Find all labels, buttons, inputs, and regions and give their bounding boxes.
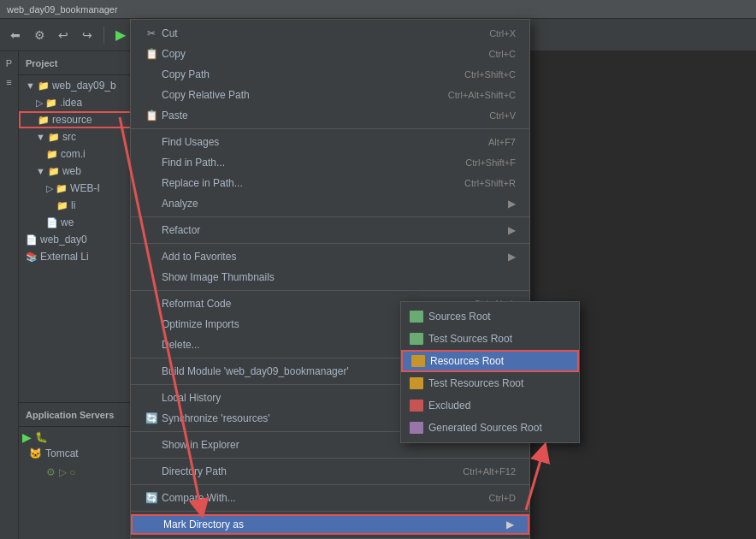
- dir-path-left: Directory Path: [145, 465, 227, 478]
- analyze-label: Analyze: [162, 198, 198, 210]
- generated-sources-label: Generated Sources Root: [428, 422, 542, 434]
- folder-icon-idea: ▷ 📁: [36, 98, 57, 109]
- find-path-icon: [145, 156, 158, 169]
- paste-left: 📋 Paste: [145, 109, 188, 122]
- test-resources-root-icon: [410, 377, 423, 389]
- find-usages-icon: [145, 135, 158, 149]
- resources-root-label: Resources Root: [430, 355, 504, 367]
- replace-path-label: Replace in Path...: [162, 177, 243, 189]
- tree-item-root[interactable]: ▼ 📁 web_day09_b: [19, 77, 148, 94]
- copy-rel-left: Copy Relative Path: [145, 88, 250, 102]
- run-button[interactable]: ▶: [110, 25, 131, 45]
- build-label: Build Module 'web_day09_bookmanager': [162, 365, 349, 377]
- copy-shortcut: Ctrl+C: [489, 49, 516, 59]
- thumbnails-label: Show Image Thumbnails: [162, 271, 275, 283]
- menu-item-analyze[interactable]: Analyze ▶: [131, 193, 529, 214]
- submenu-resources-root[interactable]: Resources Root: [401, 350, 579, 372]
- submenu-sources-root[interactable]: Sources Root: [401, 305, 579, 328]
- find-usages-label: Find Usages: [162, 136, 219, 148]
- favorites-label: Add to Favorites: [162, 251, 236, 263]
- submenu-test-sources-root[interactable]: Test Sources Root: [401, 328, 579, 350]
- cut-label: Cut: [162, 27, 178, 39]
- project-tree: ▼ 📁 web_day09_b ▷ 📁 .idea 📁 resource ▼ 📁…: [19, 75, 148, 402]
- menu-item-find-usages[interactable]: Find Usages Alt+F7: [131, 132, 529, 152]
- paste-icon: 📋: [145, 109, 158, 122]
- copy-icon: 📋: [145, 47, 158, 61]
- redo-button[interactable]: ↪: [77, 25, 97, 45]
- copy-rel-icon: [145, 88, 158, 102]
- submenu-test-resources-root[interactable]: Test Resources Root: [401, 372, 579, 394]
- tree-item-src[interactable]: ▼ 📁 src: [19, 128, 148, 145]
- lib-icon-external: 📚: [26, 252, 38, 263]
- compare-left: 🔄 Compare With...: [145, 491, 236, 505]
- submenu-generated-sources[interactable]: Generated Sources Root: [401, 417, 579, 439]
- copy-label: Copy: [162, 48, 186, 60]
- menu-item-copy-path[interactable]: Copy Path Ctrl+Shift+C: [131, 64, 529, 85]
- find-usages-shortcut: Alt+F7: [488, 137, 516, 147]
- back-button[interactable]: ⬅: [5, 25, 26, 45]
- sources-root-label: Sources Root: [428, 311, 491, 323]
- mark-dir-icon: [146, 518, 160, 531]
- menu-item-cut[interactable]: ✂ Cut Ctrl+X: [131, 23, 529, 44]
- menu-item-copy[interactable]: 📋 Copy Ctrl+C: [131, 44, 529, 64]
- tree-item-label: web_day09_b: [52, 80, 116, 92]
- menu-item-compare[interactable]: 🔄 Compare With... Ctrl+D: [131, 488, 529, 508]
- tree-item-project-file[interactable]: 📄 web_day0: [19, 231, 148, 248]
- sync-left: 🔄 Synchronize 'resources': [145, 412, 270, 425]
- menu-item-refactor[interactable]: Refactor ▶: [131, 220, 529, 240]
- mark-dir-label: Mark Directory as: [163, 518, 244, 530]
- compare-shortcut: Ctrl+D: [489, 493, 516, 503]
- folder-icon-webinf: ▷ 📁: [46, 183, 68, 194]
- replace-path-icon: [145, 176, 158, 190]
- server-debug-icon[interactable]: 🐛: [35, 431, 48, 443]
- server-run-icon[interactable]: ▶: [22, 430, 32, 444]
- project-icon[interactable]: P: [1, 55, 18, 72]
- separator-3: [131, 243, 529, 244]
- structure-icon[interactable]: ≡: [1, 74, 18, 91]
- submenu-excluded[interactable]: Excluded: [401, 394, 579, 417]
- separator-1: [131, 128, 529, 129]
- cut-left: ✂ Cut: [145, 27, 178, 40]
- history-icon: [145, 391, 158, 405]
- menu-item-mark-directory[interactable]: Mark Directory as ▶: [131, 514, 529, 535]
- separator-4: [131, 290, 529, 291]
- history-left: Local History: [145, 391, 221, 405]
- menu-item-favorites[interactable]: Add to Favorites ▶: [131, 246, 529, 267]
- sync-label: Synchronize 'resources': [162, 412, 270, 424]
- analyze-left: Analyze: [145, 197, 198, 210]
- tree-item-resources-label: resource: [52, 114, 92, 126]
- delete-icon: [145, 338, 158, 352]
- tree-item-idea-label: .idea: [60, 97, 82, 109]
- menu-item-find-path[interactable]: Find in Path... Ctrl+Shift+F: [131, 152, 529, 173]
- server-panel-label: Application Servers: [26, 410, 114, 420]
- cut-shortcut: Ctrl+X: [489, 28, 516, 38]
- tree-item-com-label: com.i: [61, 148, 86, 160]
- tree-item-com[interactable]: 📁 com.i: [19, 145, 148, 163]
- tree-item-webfile-label: we: [61, 216, 74, 228]
- paste-shortcut: Ctrl+V: [489, 110, 516, 121]
- test-resources-root-label: Test Resources Root: [428, 377, 523, 389]
- folder-icon-web: ▼ 📁: [36, 166, 60, 177]
- separator-10: [131, 511, 529, 512]
- tree-item-external[interactable]: 📚 External Li: [19, 248, 148, 265]
- menu-item-dir-path[interactable]: Directory Path Ctrl+Alt+F12: [131, 461, 529, 482]
- tree-item-webinf[interactable]: ▷ 📁 WEB-I: [19, 180, 148, 197]
- tree-item-lib[interactable]: 📁 li: [19, 197, 148, 214]
- build-icon: [145, 364, 158, 378]
- tree-item-web[interactable]: ▼ 📁 web: [19, 163, 148, 180]
- menu-item-image-thumbnails[interactable]: Show Image Thumbnails: [131, 267, 529, 287]
- tree-item-idea[interactable]: ▷ 📁 .idea: [19, 94, 148, 111]
- undo-button[interactable]: ↩: [53, 25, 74, 45]
- compare-icon: 🔄: [145, 491, 158, 505]
- refactor-left: Refactor: [145, 223, 200, 237]
- copy-left: 📋 Copy: [145, 47, 186, 61]
- menu-item-paste[interactable]: 📋 Paste Ctrl+V: [131, 105, 529, 126]
- menu-item-copy-relative[interactable]: Copy Relative Path Ctrl+Alt+Shift+C: [131, 85, 529, 105]
- delete-left: Delete...: [145, 338, 200, 352]
- tree-item-resources[interactable]: 📁 resource: [19, 111, 148, 128]
- left-icon-strip: P ≡: [0, 51, 19, 539]
- settings-button[interactable]: ⚙: [29, 25, 50, 45]
- sync-icon: 🔄: [145, 412, 158, 425]
- menu-item-replace-path[interactable]: Replace in Path... Ctrl+Shift+R: [131, 173, 529, 193]
- tree-item-webfile[interactable]: 📄 we: [19, 214, 148, 231]
